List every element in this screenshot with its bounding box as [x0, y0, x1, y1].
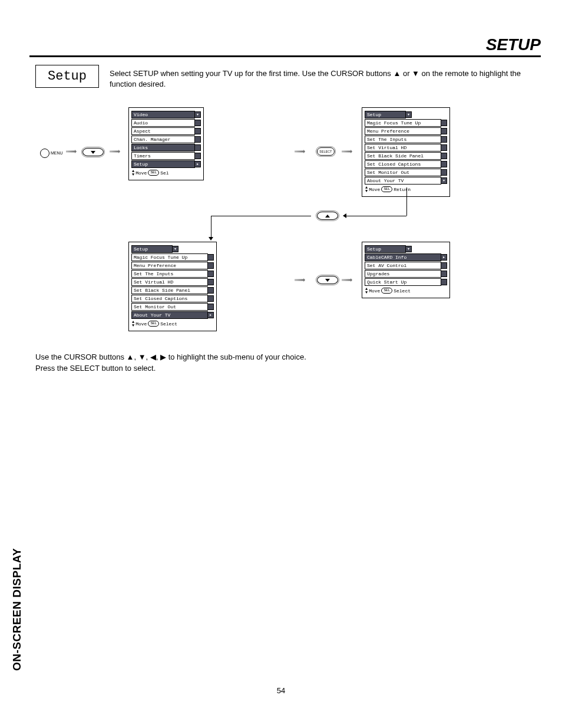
osd-setup-menu-3: Setup▾ CableCARD Info▸ Set AV Control Up…	[362, 242, 450, 298]
menu-item: Menu Preference	[131, 262, 208, 269]
flow-line	[211, 216, 211, 238]
menu-title: Setup	[365, 245, 406, 253]
triangle-up-icon	[325, 215, 330, 218]
menu-item: Set Black Side Panel	[365, 152, 441, 160]
menu-item: About Your TV	[365, 177, 441, 185]
setup-heading-box: Setup	[35, 65, 99, 88]
end-block-icon	[207, 279, 214, 285]
menu-item: Timers	[131, 152, 195, 160]
arrow-right-icon	[342, 150, 352, 153]
osd-setup-menu-1: Setup▾ Magic Focus Tune Up Menu Preferen…	[362, 107, 450, 197]
flow-line	[345, 216, 406, 216]
menu-item-selected: CableCARD Info	[365, 253, 441, 261]
arrow-right-icon	[295, 278, 305, 282]
end-block-icon	[441, 279, 447, 285]
hint-move: Move	[135, 321, 147, 327]
triangle-down-icon	[325, 279, 330, 282]
menu-item: Set Virtual HD	[365, 144, 441, 151]
hint-action: Select	[394, 288, 411, 294]
end-block-icon	[441, 153, 447, 159]
menu-item: Set Black Side Panel	[131, 286, 208, 294]
arrow-icon	[342, 150, 352, 153]
menu-item: Set Closed Captions	[131, 295, 208, 302]
updown-icon: ▲▼	[365, 287, 368, 294]
end-block-icon	[207, 304, 214, 310]
triangle-down-icon	[91, 151, 95, 154]
menu-item: Upgrades	[365, 270, 441, 278]
menu-item: Chan. Manager	[131, 136, 195, 143]
header-title: SETUP	[486, 35, 541, 54]
arrow-right-icon	[110, 150, 120, 153]
end-block-icon	[441, 136, 447, 143]
end-block-icon	[207, 254, 214, 261]
menu-item: Set Closed Captions	[365, 160, 441, 168]
menu-item: Locks	[131, 144, 195, 151]
hint-move: Move	[369, 288, 380, 294]
end-block-icon	[207, 295, 214, 302]
page-header: SETUP	[29, 35, 541, 57]
end-block-icon	[194, 153, 201, 159]
page-number-text: 54	[277, 686, 285, 695]
updown-icon: ▲▼	[132, 320, 134, 327]
arrow-icon	[295, 278, 305, 282]
arrow-icon	[295, 150, 305, 153]
menu-item: Set Monitor Out	[131, 303, 208, 311]
sel-button-icon: SEL	[381, 288, 392, 294]
hint-action: Return	[394, 187, 411, 192]
intro-text: Select SETUP when setting your TV up for…	[110, 69, 521, 88]
hint-action: Select	[160, 321, 177, 327]
menu-item: Quick Start Up	[365, 278, 441, 286]
end-block-icon	[441, 271, 447, 277]
menu-item: Magic Focus Tune Up	[365, 119, 441, 127]
hint-move: Move	[135, 170, 147, 176]
oval-button-icon	[317, 276, 338, 284]
arrow-down-icon: ▾	[405, 111, 412, 118]
arrow-down-icon	[209, 237, 213, 241]
arrow-right-icon	[66, 150, 77, 153]
scroll-indicator-icon: ▾	[441, 177, 447, 184]
hint-move: Move	[369, 187, 380, 192]
menu-item: Menu Preference	[365, 127, 441, 135]
osd-setup-menu-2: Setup▾ Magic Focus Tune Up Menu Preferen…	[128, 242, 217, 331]
arrow-right-icon	[342, 278, 352, 282]
arrow-icon	[342, 278, 352, 282]
menu-item: Aspect	[131, 127, 195, 135]
select-button-label: SELECT	[319, 150, 332, 153]
osd-hint: ▲▼ Move SEL Return	[365, 186, 447, 193]
menu-item: Set Monitor Out	[365, 169, 441, 176]
select-button-icon: SELECT	[317, 147, 335, 156]
end-block-icon	[207, 287, 214, 294]
end-block-icon	[441, 169, 447, 176]
osd-main-menu: Video▾ Audio Aspect Chan. Manager Locks …	[128, 107, 204, 180]
menu-item-selected: About Your TV	[131, 311, 208, 319]
sel-button-icon: SEL	[381, 186, 392, 192]
arrow-right-icon	[295, 150, 305, 153]
end-block-icon	[441, 120, 447, 126]
osd-hint: ▲▼ Move SEL Sel	[132, 169, 200, 176]
oval-button-icon	[82, 148, 104, 156]
end-block-icon	[441, 262, 447, 269]
scroll-right-icon: ▸	[441, 254, 447, 261]
menu-button-graphic: MENU	[40, 147, 63, 158]
side-section-label: ON-SCREEN DISPLAY	[11, 548, 24, 671]
arrow-left-icon	[343, 213, 346, 218]
end-block-icon	[194, 144, 201, 151]
scroll-right-icon: ▸	[207, 312, 214, 318]
menu-item: Video	[131, 111, 195, 118]
end-block-icon	[194, 128, 201, 134]
menu-button-circle-icon	[40, 149, 49, 158]
arrow-down-icon: ▾	[172, 246, 178, 252]
side-label-text: ON-SCREEN DISPLAY	[11, 548, 23, 671]
arrow-right-icon: ▸	[194, 161, 201, 167]
end-block-icon	[194, 136, 201, 143]
end-block-icon	[441, 128, 447, 134]
flow-line	[211, 216, 311, 216]
menu-item: Set The Inputs	[365, 136, 441, 143]
setup-heading-text: Setup	[48, 69, 87, 84]
menu-title: Setup	[131, 245, 173, 253]
oval-button-icon	[317, 212, 338, 220]
flow-line	[406, 187, 407, 216]
end-block-icon	[441, 144, 447, 151]
updown-icon: ▲▼	[365, 186, 368, 193]
menu-button-label: MENU	[51, 151, 63, 155]
